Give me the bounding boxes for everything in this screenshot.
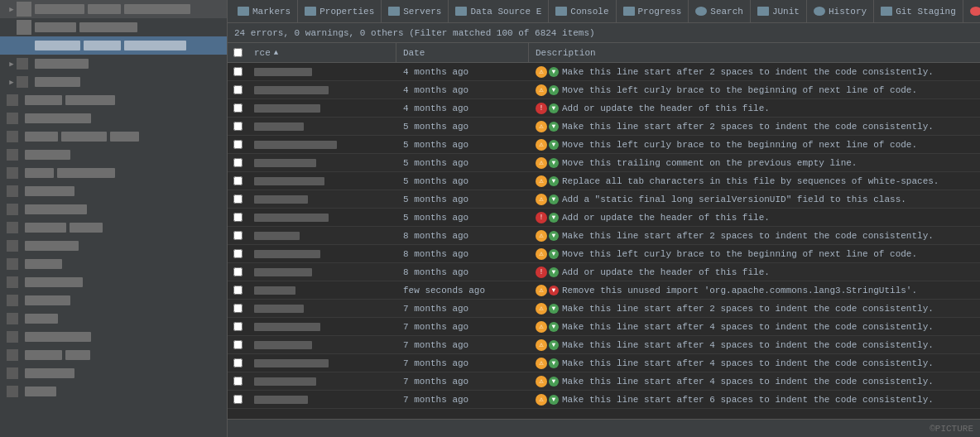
table-row[interactable]: 5 months ago ! ▼ Add or update the heade… [228,209,980,227]
sidebar-item-18[interactable] [0,328,227,346]
sidebar-item-13[interactable] [0,237,227,255]
sidebar-item-4[interactable]: ▶ [0,73,227,91]
tab-datasource[interactable]: Data Source E [449,0,549,23]
row-checkbox-col [228,122,247,131]
table-row[interactable]: 8 months ago ! ▼ Add or update the heade… [228,263,980,281]
sidebar-item-3[interactable]: ▶ [0,55,227,73]
row-source [247,377,396,386]
row-source [247,104,396,113]
sidebar-item-19[interactable] [0,346,227,364]
tab-markers[interactable]: Markers [231,0,298,23]
col-description-header[interactable]: Description [529,43,980,63]
row-checkbox[interactable] [233,231,243,240]
row-checkbox[interactable] [233,340,243,349]
table-row[interactable]: 5 months ago ⚠ ▼ Move this trailing comm… [228,154,980,172]
row-checkbox[interactable] [233,322,243,331]
table-row[interactable]: 5 months ago ⚠ ▼ Move this left curly br… [228,136,980,154]
sidebar-item-2[interactable] [0,36,227,55]
sidebar-item-1[interactable] [0,18,227,36]
sidebar-item-16[interactable] [0,291,227,310]
table-row[interactable]: 7 months ago ⚠ ▼ Make this line start af… [228,354,980,372]
row-checkbox[interactable] [233,395,243,404]
tab-history[interactable]: History [807,0,874,23]
table-row[interactable]: 5 months ago ⚠ ▼ Add a "static final lon… [228,190,980,209]
sidebar-item-21[interactable] [0,382,227,401]
sidebar-label-1 [35,22,76,32]
sidebar-item-11[interactable] [0,200,227,218]
table-row[interactable]: 7 months ago ⚠ ▼ Make this line start af… [228,391,980,409]
table-row[interactable]: 5 months ago ⚠ ▼ Replace all tab charact… [228,172,980,190]
row-checkbox[interactable] [233,122,243,131]
row-checkbox[interactable] [233,176,243,185]
sidebar-file-icon-7 [7,131,18,142]
row-checkbox[interactable] [233,103,243,113]
desc-action-icon: ▼ [549,377,559,387]
tab-console[interactable]: Console [549,0,616,23]
desc-severity-icon: ⚠ [536,157,547,169]
sidebar-item-0[interactable]: ▶ [0,0,227,18]
chevron-icon-4: ▶ [7,77,17,87]
row-checkbox[interactable] [233,377,243,386]
table-row[interactable]: 7 months ago ⚠ ▼ Make this line start af… [228,372,980,391]
tab-servers[interactable]: Servers [382,0,449,23]
tab-progress[interactable]: Progress [617,0,689,23]
tab-gitstaging[interactable]: Git Staging [874,0,963,23]
table-row[interactable]: 8 months ago ⚠ ▼ Move this left curly br… [228,245,980,263]
sidebar-item-14[interactable] [0,255,227,273]
sidebar-item-15[interactable] [0,273,227,291]
desc-severity-icon: ⚠ [536,248,547,260]
row-checkbox[interactable] [233,304,243,313]
select-all-checkbox[interactable] [233,48,243,57]
sidebar-label-6 [25,113,91,123]
table-row[interactable]: 8 months ago ⚠ ▼ Make this line start af… [228,227,980,245]
sidebar-item-9[interactable] [0,164,227,182]
row-checkbox[interactable] [233,140,243,149]
desc-severity-icon: ⚠ [536,194,547,205]
main-content: Markers Properties Servers Data Source E… [228,0,980,437]
table-row[interactable]: few seconds ago ⚠ ▼ Remove this unused i… [228,281,980,300]
row-source [247,286,396,295]
row-checkbox[interactable] [233,158,243,167]
sidebar-item-17[interactable] [0,310,227,328]
row-checkbox[interactable] [233,286,243,295]
row-date: 8 months ago [396,267,529,277]
table-row[interactable]: 7 months ago ⚠ ▼ Make this line start af… [228,318,980,336]
table-row[interactable]: 7 months ago ⚠ ▼ Make this line start af… [228,336,980,354]
source-placeholder [254,359,329,367]
row-checkbox[interactable] [233,267,243,276]
sidebar-item-8[interactable] [0,146,227,164]
table-row[interactable]: 4 months ago ⚠ ▼ Make this line start af… [228,63,980,81]
row-checkbox[interactable] [233,249,243,258]
tab-junit[interactable]: JUnit [751,0,807,23]
row-checkbox[interactable] [233,85,243,94]
tab-search[interactable]: Search [689,0,751,23]
row-checkbox[interactable] [233,213,243,222]
tab-properties[interactable]: Properties [298,0,382,23]
sidebar-item-12[interactable] [0,218,227,237]
table-row[interactable]: 4 months ago ! ▼ Add or update the heade… [228,99,980,118]
col-source-header[interactable]: rce ▲ [247,43,396,63]
sidebar-item-6[interactable] [0,109,227,127]
col-date-header[interactable]: Date [396,43,529,63]
row-date: 7 months ago [396,395,529,405]
table-row[interactable]: 5 months ago ⚠ ▼ Make this line start af… [228,118,980,136]
table-row[interactable]: 4 months ago ⚠ ▼ Move this left curly br… [228,81,980,99]
row-checkbox[interactable] [233,67,243,76]
sidebar-item-10[interactable] [0,182,227,200]
table-row[interactable]: 7 months ago ⚠ ▼ Make this line start af… [228,300,980,318]
tab-sonarlint-iss[interactable]: SonarLint Iss [963,0,980,23]
row-source [247,396,396,404]
row-checkbox[interactable] [233,194,243,204]
row-source [247,359,396,367]
row-desc: ⚠ ▼ Make this line start after 2 spaces … [529,121,980,132]
sidebar-item-7[interactable] [0,127,227,146]
desc-action-icon: ▼ [549,213,559,223]
datasource-icon [455,7,467,16]
desc-action-icon: ▼ [549,304,559,314]
sidebar-label-8 [25,150,70,160]
row-checkbox[interactable] [233,358,243,367]
sidebar-item-5[interactable] [0,91,227,109]
source-placeholder [254,159,316,167]
progress-icon [623,7,635,16]
sidebar-item-20[interactable] [0,364,227,382]
